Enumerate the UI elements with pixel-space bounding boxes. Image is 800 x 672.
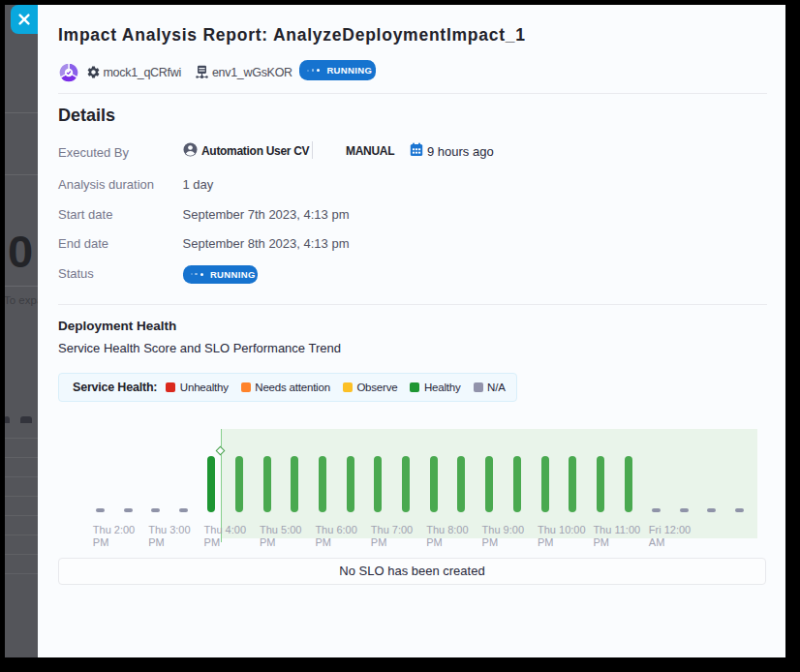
- legend-item-healthy: Healthy: [410, 382, 460, 393]
- running-dot: [195, 273, 198, 276]
- na-swatch: [474, 382, 483, 392]
- unhealthy-swatch: [166, 382, 175, 392]
- legend-item-unhealthy: Unhealthy: [166, 382, 228, 393]
- backdrop-metric-count: 0: [8, 229, 33, 274]
- health-bar[interactable]: [513, 456, 521, 512]
- health-bar[interactable]: [291, 456, 298, 512]
- badge-label: RUNNING: [326, 65, 372, 76]
- health-bar[interactable]: [625, 456, 632, 512]
- backdrop-table-row-line: [5, 515, 38, 516]
- health-bar-nodata[interactable]: [652, 508, 661, 513]
- environment-icon: [195, 65, 209, 79]
- health-bar[interactable]: [207, 456, 215, 512]
- close-icon: [18, 14, 30, 25]
- backdrop-table-row-line: [5, 554, 38, 555]
- running-dots-icon: [191, 273, 206, 276]
- app-viewport: 0 To expand Impact Analysis Report: Anal…: [5, 5, 785, 657]
- health-bar[interactable]: [347, 456, 354, 512]
- analysis-start-line: [221, 429, 223, 542]
- calendar-icon: [410, 142, 423, 157]
- status-badge-small: RUNNING: [183, 265, 258, 284]
- deployment-health-subtitle: Service Health Score and SLO Performance…: [58, 341, 341, 355]
- health-bar[interactable]: [263, 456, 271, 512]
- health-bar[interactable]: [485, 456, 493, 512]
- health-bar-nodata[interactable]: [124, 508, 133, 513]
- status-badge: RUNNING: [299, 60, 376, 80]
- health-bar[interactable]: [319, 456, 326, 512]
- x-axis-label: Thu 11:00 PM: [593, 524, 640, 548]
- details-heading: Details: [58, 106, 115, 126]
- executed-time-ago: 9 hours ago: [427, 144, 494, 159]
- health-bar[interactable]: [541, 456, 549, 512]
- trigger-type: MANUAL: [346, 144, 394, 158]
- legend-label: Needs attention: [255, 382, 330, 393]
- backdrop-table-row-line: [5, 535, 38, 535]
- running-dot: [307, 70, 309, 72]
- healthy-swatch: [410, 382, 419, 392]
- health-bar[interactable]: [430, 456, 438, 512]
- running-dot: [191, 273, 193, 275]
- backdrop-divider: [5, 112, 38, 113]
- legend-title: Service Health:: [73, 381, 157, 394]
- x-axis-label: Thu 9:00 PM: [482, 524, 524, 548]
- impact-analysis-report-drawer: Impact Analysis Report: AnalyzeDeploymen…: [38, 5, 785, 657]
- backdrop-table-row-line: [5, 438, 38, 439]
- service-gear-icon: [86, 65, 101, 79]
- impact-analysis-avatar: [58, 62, 79, 83]
- service-health-legend: Service Health: Unhealthy Needs attentio…: [58, 373, 517, 402]
- row-value: September 8th 2023, 4:13 pm: [183, 236, 350, 251]
- health-bar-nodata[interactable]: [96, 508, 105, 513]
- dimmed-page-backdrop: 0 To expand: [5, 5, 38, 657]
- health-bar[interactable]: [597, 456, 604, 512]
- running-dot: [200, 273, 203, 276]
- close-drawer-button[interactable]: [11, 5, 38, 34]
- x-axis-label: Fri 12:00 AM: [649, 524, 691, 548]
- health-bar[interactable]: [235, 456, 243, 512]
- x-axis-label: Thu 7:00 PM: [371, 524, 413, 548]
- row-label: Executed By: [58, 145, 179, 160]
- health-bar[interactable]: [374, 456, 382, 512]
- health-bar-nodata[interactable]: [735, 508, 744, 513]
- observe-swatch: [343, 382, 353, 392]
- backdrop-table-row-line: [5, 476, 38, 477]
- backdrop-table-row-line: [5, 496, 38, 497]
- section-divider: [58, 304, 767, 305]
- health-bar[interactable]: [402, 456, 410, 512]
- row-value: September 7th 2023, 4:13 pm: [183, 207, 350, 222]
- legend-item-observe: Observe: [343, 382, 398, 393]
- legend-label: Unhealthy: [180, 382, 229, 393]
- badge-label: RUNNING: [210, 269, 256, 280]
- legend-item-na: N/A: [474, 382, 506, 393]
- slo-empty-note: No SLO has been created: [58, 558, 766, 585]
- deployment-health-heading: Deployment Health: [58, 319, 176, 333]
- backdrop-divider: [5, 174, 38, 175]
- legend-label: Healthy: [424, 382, 461, 393]
- row-value: 1 day: [183, 177, 214, 192]
- health-bar-nodata[interactable]: [707, 508, 716, 513]
- health-bar[interactable]: [569, 456, 576, 512]
- analysis-start-marker: [216, 445, 226, 455]
- health-bar[interactable]: [457, 456, 465, 512]
- user-avatar-icon: [183, 142, 198, 157]
- backdrop-caption: To expand: [5, 294, 38, 306]
- health-bar-nodata[interactable]: [151, 508, 160, 513]
- row-label: End date: [58, 236, 179, 251]
- x-axis-label: Thu 8:00 PM: [426, 524, 468, 548]
- legend-label: Observe: [356, 382, 397, 393]
- running-dots-icon: [307, 69, 323, 72]
- drawer-title: Impact Analysis Report: AnalyzeDeploymen…: [58, 23, 526, 46]
- x-axis-label: Thu 6:00 PM: [315, 524, 356, 548]
- row-label: Analysis duration: [58, 177, 179, 192]
- x-axis-label: Thu 2:00 PM: [93, 524, 135, 548]
- legend-label: N/A: [487, 382, 506, 393]
- backdrop-table-row-line: [5, 573, 38, 574]
- backdrop-table-row-line: [5, 457, 38, 458]
- analysis-window-band: [222, 429, 757, 538]
- health-bar-nodata[interactable]: [179, 508, 188, 513]
- environment-name: env1_wGsKOR: [212, 66, 292, 79]
- health-bar-nodata[interactable]: [680, 508, 689, 513]
- needs-attention-swatch: [241, 382, 251, 392]
- running-dot: [312, 69, 315, 72]
- executed-by-user: Automation User CV: [201, 144, 309, 158]
- backdrop-icon: [20, 416, 32, 424]
